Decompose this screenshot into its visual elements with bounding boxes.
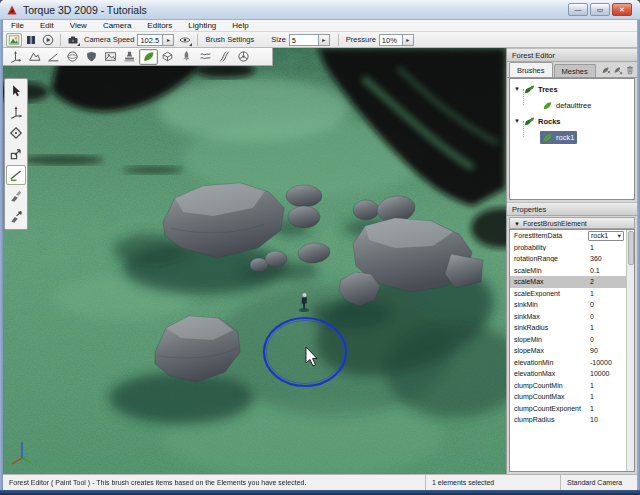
editor-tool-button[interactable]	[44, 49, 63, 65]
property-row[interactable]: sinkMax 0 ▼	[510, 311, 634, 323]
tree-expander-icon[interactable]: ▼	[514, 86, 522, 92]
panel-tab[interactable]: Brushes	[509, 62, 553, 77]
property-value-field[interactable]: 90 ▼	[588, 346, 624, 356]
property-row[interactable]: elevationMax 10000 ▼	[510, 368, 634, 380]
rock-small	[286, 185, 322, 207]
property-value-field[interactable]: 10000 ▼	[588, 369, 624, 379]
property-row[interactable]: sinkMin 0 ▼	[510, 299, 634, 311]
property-value-field[interactable]: 0 ▼	[588, 334, 624, 344]
pressure-spinner[interactable]: ▸	[403, 34, 414, 46]
size-spinner[interactable]: ▸	[319, 34, 330, 46]
palette-tool-button[interactable]	[6, 144, 26, 164]
title-bar[interactable]: Torque 3D 2009 - Tutorials — ▭ ✕	[0, 0, 640, 20]
property-value-field[interactable]: 1 ▼	[588, 323, 624, 333]
property-value-field[interactable]: rock1 ▼	[588, 231, 624, 241]
camera-menu-button[interactable]	[65, 33, 81, 47]
palette-tool-button[interactable]	[6, 123, 26, 143]
property-row[interactable]: elevationMin -10000 ▼	[510, 357, 634, 369]
property-row[interactable]: clumpCountMax 1 ▼	[510, 391, 634, 403]
editor-tool-button[interactable]	[139, 49, 158, 65]
editor-tool-button[interactable]	[158, 49, 177, 65]
property-value-field[interactable]: 1 ▼	[588, 288, 624, 298]
camera-speed-spinner[interactable]: ▸	[163, 34, 174, 46]
property-value: 0.1	[590, 267, 600, 274]
scene-viewport[interactable]	[3, 48, 506, 474]
palette-tool-button[interactable]	[6, 165, 26, 185]
tree-row[interactable]: ▼ Trees	[510, 81, 634, 97]
editor-tool-button[interactable]	[101, 49, 120, 65]
toolbar-button[interactable]	[23, 33, 39, 47]
property-row[interactable]: clumpRadius 10 ▼	[510, 414, 634, 426]
property-row[interactable]: slopeMax 90 ▼	[510, 345, 634, 357]
palette-tool-button[interactable]	[6, 81, 26, 101]
menu-item[interactable]: Edit	[32, 20, 62, 32]
menu-item[interactable]: View	[62, 20, 95, 32]
menu-item[interactable]: Editors	[139, 20, 180, 32]
property-value-field[interactable]: 10 ▼	[588, 415, 624, 425]
tree-expander-icon[interactable]: ▼	[514, 118, 522, 124]
property-value-field[interactable]: 0.1 ▼	[588, 265, 624, 275]
tree-row[interactable]: ▼ defaulttree	[510, 97, 634, 113]
property-row[interactable]: scaleMax 2 ▼	[510, 276, 634, 288]
toolbar-button[interactable]	[6, 33, 22, 47]
editor-tool-button[interactable]	[25, 49, 44, 65]
property-value-field[interactable]: 2 ▼	[588, 277, 624, 287]
panel-action-icon[interactable]	[613, 65, 623, 75]
menu-item[interactable]: Camera	[95, 20, 139, 32]
editor-tool-button[interactable]	[120, 49, 139, 65]
editor-tool-button[interactable]	[196, 49, 215, 65]
property-row[interactable]: sinkRadius 1 ▼	[510, 322, 634, 334]
tree-row[interactable]: ▼ rock1	[510, 129, 634, 145]
palette-tool-button[interactable]	[6, 207, 26, 227]
panel-action-icon[interactable]	[601, 65, 611, 75]
properties-section-bar[interactable]: ▼ForestBrushElement	[509, 217, 635, 229]
properties-scrollbar[interactable]	[626, 230, 634, 471]
property-value-field[interactable]: 1 ▼	[588, 392, 624, 402]
property-value: 1	[590, 405, 594, 412]
panel-tab[interactable]: Meshes	[554, 64, 596, 77]
property-row[interactable]: clumpCountExponent 1 ▼	[510, 403, 634, 415]
property-value-field[interactable]: 1 ▼	[588, 242, 624, 252]
property-row[interactable]: probability 1 ▼	[510, 242, 634, 254]
property-row[interactable]: ForestItemData rock1 ▼	[510, 230, 634, 242]
close-button[interactable]: ✕	[612, 3, 632, 16]
menu-item[interactable]: Lighting	[180, 20, 224, 32]
menu-item[interactable]: Help	[224, 20, 256, 32]
property-value-field[interactable]: 1 ▼	[588, 403, 624, 413]
panel-action-icon[interactable]	[625, 65, 635, 75]
property-value: 1	[590, 382, 594, 389]
pressure-input[interactable]: 10%	[379, 34, 403, 46]
editor-tool-button[interactable]	[63, 49, 82, 65]
property-value-field[interactable]: -10000 ▼	[588, 357, 624, 367]
property-row[interactable]: scaleMin 0.1 ▼	[510, 265, 634, 277]
property-row[interactable]: clumpCountMin 1 ▼	[510, 380, 634, 392]
palette-tool-button[interactable]	[6, 102, 26, 122]
camera-speed-input[interactable]: 102.5	[137, 34, 163, 46]
property-row[interactable]: scaleExponent 1 ▼	[510, 288, 634, 300]
size-input[interactable]: 5	[289, 34, 319, 46]
visibility-button[interactable]	[177, 33, 193, 47]
property-row[interactable]: slopeMin 0 ▼	[510, 334, 634, 346]
palette-tool-button[interactable]	[6, 186, 26, 206]
editor-tool-button[interactable]	[234, 49, 253, 65]
editor-tool-button[interactable]	[82, 49, 101, 65]
toolbar-button[interactable]	[40, 33, 56, 47]
property-value-field[interactable]: 0 ▼	[588, 311, 624, 321]
property-value-field[interactable]: 0 ▼	[588, 300, 624, 310]
property-value-field[interactable]: 360 ▼	[588, 254, 624, 264]
dropdown-arrow-icon[interactable]: ▼	[617, 233, 623, 239]
property-value-field[interactable]: 1 ▼	[588, 380, 624, 390]
tree-row[interactable]: ▼ Rocks	[510, 113, 634, 129]
section-collapse-icon[interactable]: ▼	[514, 221, 520, 227]
maximize-button[interactable]: ▭	[590, 3, 610, 16]
menu-item[interactable]: File	[3, 20, 32, 32]
property-name: scaleMin	[514, 267, 588, 274]
editor-tool-button[interactable]	[215, 49, 234, 65]
toolbar-button-icon	[25, 34, 37, 46]
editor-tool-button[interactable]	[6, 49, 25, 65]
property-row[interactable]: rotationRange 360 ▼	[510, 253, 634, 265]
editor-tool-button[interactable]	[177, 49, 196, 65]
main-toolbar: Camera Speed 102.5 ▸ Brush Settings Size…	[3, 32, 637, 48]
scrollbar-thumb[interactable]	[628, 231, 634, 265]
minimize-button[interactable]: —	[568, 3, 588, 16]
